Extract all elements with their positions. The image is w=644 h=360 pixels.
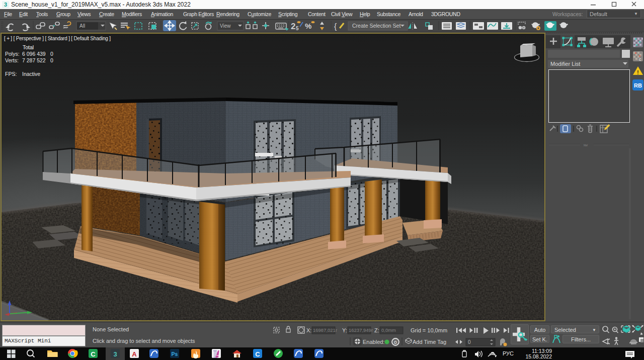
svg-text:%: % [305,22,311,30]
svg-text:0: 0 [50,57,53,63]
svg-text:c: c [639,57,641,62]
svg-text:0: 0 [50,51,53,57]
svg-text:Ps: Ps [172,351,178,357]
svg-text:FPS:: FPS: [5,71,17,77]
svg-text:16987,021r: 16987,021r [313,327,337,333]
svg-text:!: ! [637,70,638,75]
svg-text:{: { [334,22,337,31]
svg-text:6 096 439: 6 096 439 [22,51,46,57]
svg-text:0,0mm: 0,0mm [381,327,396,333]
svg-text:0: 0 [394,339,396,345]
svg-text:NV: NV [584,144,588,147]
svg-text:7 287 522: 7 287 522 [22,57,46,63]
svg-text:Polys:: Polys: [5,51,20,57]
svg-text:Verts:: Verts: [5,57,19,63]
svg-text:A: A [132,350,137,358]
svg-text:Total: Total [23,44,34,50]
svg-text:Grid = 10,0mm: Grid = 10,0mm [411,327,447,333]
svg-text:15.08.2022: 15.08.2022 [525,353,552,359]
svg-text:Create Selection Set: Create Selection Set [352,23,400,29]
svg-text:Enabled:: Enabled: [363,339,384,345]
svg-text:[ + ] [ Perspective ] [ Standa: [ + ] [ Perspective ] [ Standard ] [ Def… [4,36,111,41]
svg-text:0: 0 [468,339,471,345]
svg-text:2: 2 [291,22,295,31]
svg-text:C: C [255,350,260,358]
svg-text:Y:: Y: [342,327,347,333]
svg-text:3: 3 [113,350,117,358]
svg-text:Add Time Tag: Add Time Tag [413,339,446,345]
svg-text:Modifier List: Modifier List [550,61,580,67]
svg-text:RB: RB [634,82,642,88]
svg-text:C: C [91,350,96,358]
svg-text:X:: X: [306,327,311,333]
svg-text:3: 3 [4,2,7,8]
svg-text:Z:: Z: [374,327,379,333]
svg-text:Inactive: Inactive [22,71,40,77]
svg-text:View: View [220,23,231,29]
svg-text:All: All [79,23,85,29]
svg-text:16237,949r: 16237,949r [349,327,373,333]
svg-text:5: 5 [296,26,299,31]
svg-text:РУС: РУС [503,350,514,356]
